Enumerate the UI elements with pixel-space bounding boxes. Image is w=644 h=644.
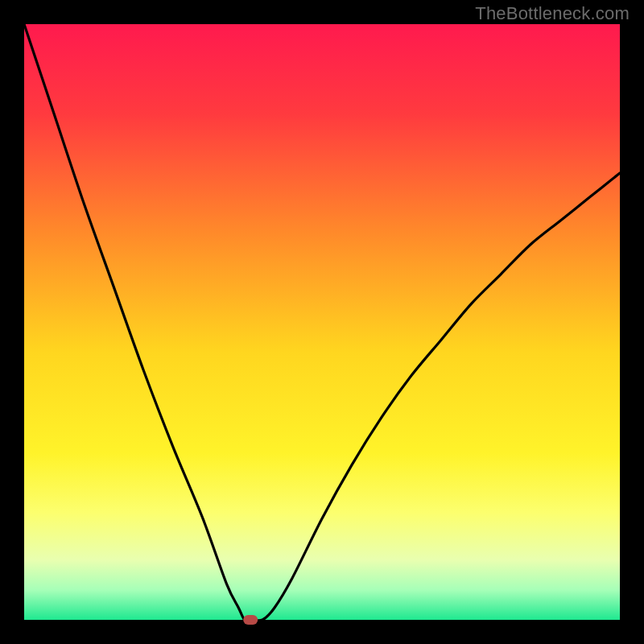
bottleneck-chart (0, 0, 644, 644)
watermark-text: TheBottleneck.com (475, 3, 630, 24)
minimum-marker (243, 615, 258, 625)
chart-container: { "watermark": "TheBottleneck.com", "cha… (0, 0, 644, 644)
plot-background (24, 24, 620, 620)
